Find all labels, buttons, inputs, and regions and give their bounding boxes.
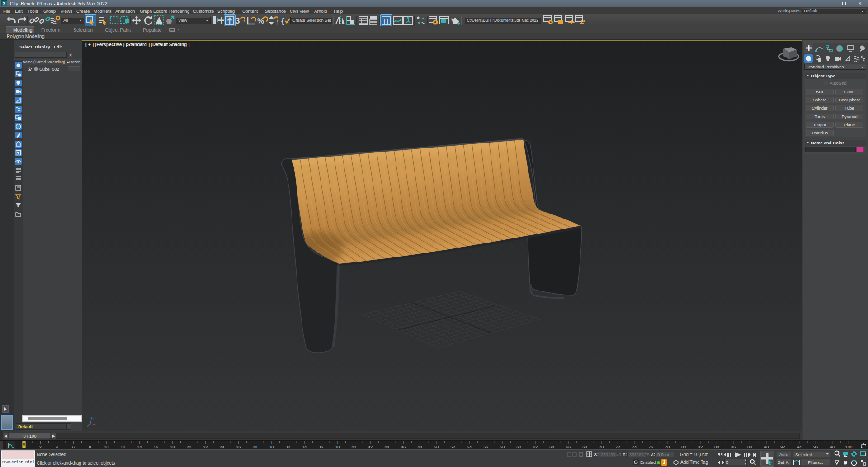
svg-text:38: 38	[335, 444, 340, 449]
svg-text:72: 72	[615, 444, 620, 449]
svg-text:70: 70	[599, 444, 604, 449]
svg-text:44: 44	[384, 444, 389, 449]
svg-text:76: 76	[648, 444, 653, 449]
svg-text:62: 62	[533, 444, 538, 449]
svg-text:80: 80	[681, 444, 686, 449]
svg-text:58: 58	[500, 444, 505, 449]
svg-text:74: 74	[632, 444, 637, 449]
svg-text:26: 26	[236, 444, 241, 449]
svg-text:20: 20	[186, 444, 191, 449]
svg-text:30: 30	[269, 444, 274, 449]
svg-text:32: 32	[285, 444, 290, 449]
svg-text:48: 48	[417, 444, 422, 449]
svg-text:88: 88	[747, 444, 752, 449]
svg-text:68: 68	[582, 444, 587, 449]
svg-text:94: 94	[797, 444, 802, 449]
svg-text:54: 54	[467, 444, 472, 449]
svg-text:100: 100	[845, 444, 852, 449]
svg-text:64: 64	[549, 444, 554, 449]
svg-text:46: 46	[401, 444, 406, 449]
svg-text:16: 16	[153, 444, 158, 449]
svg-text:8: 8	[89, 444, 91, 449]
svg-text:22: 22	[203, 444, 208, 449]
svg-text:42: 42	[368, 444, 373, 449]
svg-text:3: 3	[235, 16, 240, 25]
svg-text:92: 92	[780, 444, 785, 449]
svg-text:6: 6	[72, 444, 75, 449]
svg-text:4: 4	[56, 444, 58, 449]
svg-text:36: 36	[318, 444, 323, 449]
svg-text:34: 34	[302, 444, 307, 449]
svg-text:2: 2	[39, 444, 42, 449]
svg-text:56: 56	[483, 444, 488, 449]
svg-text:84: 84	[714, 444, 719, 449]
svg-text:10: 10	[104, 444, 109, 449]
svg-text:14: 14	[137, 444, 142, 449]
svg-text:{: {	[281, 16, 284, 25]
svg-text:28: 28	[252, 444, 257, 449]
svg-text:12: 12	[120, 444, 125, 449]
svg-text:90: 90	[764, 444, 769, 449]
svg-text:78: 78	[665, 444, 670, 449]
svg-text:40: 40	[351, 444, 356, 449]
svg-text:3: 3	[3, 1, 5, 6]
svg-text:86: 86	[731, 444, 736, 449]
svg-text:24: 24	[219, 444, 224, 449]
svg-text:z: z	[93, 417, 94, 420]
svg-text:66: 66	[566, 444, 571, 449]
svg-text:82: 82	[698, 444, 703, 449]
svg-text:18: 18	[170, 444, 175, 449]
svg-text:50: 50	[434, 444, 439, 449]
svg-text:96: 96	[813, 444, 818, 449]
svg-text:60: 60	[516, 444, 521, 449]
svg-text:98: 98	[830, 444, 835, 449]
svg-text:52: 52	[450, 444, 455, 449]
